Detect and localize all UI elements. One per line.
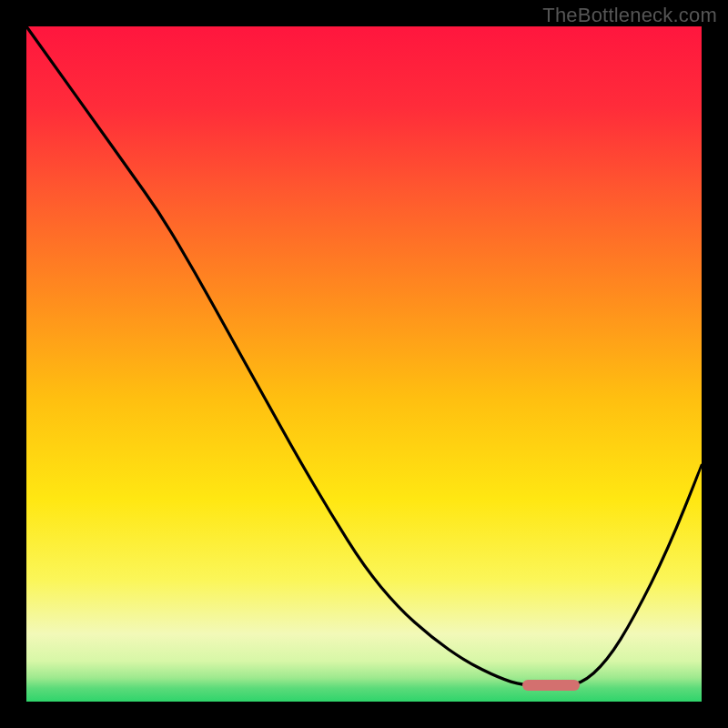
curve-path <box>26 26 702 685</box>
chart-frame: TheBottleneck.com <box>0 0 728 728</box>
sweet-spot-marker <box>522 680 580 691</box>
bottleneck-curve <box>26 26 702 702</box>
watermark-text: TheBottleneck.com <box>542 4 717 27</box>
